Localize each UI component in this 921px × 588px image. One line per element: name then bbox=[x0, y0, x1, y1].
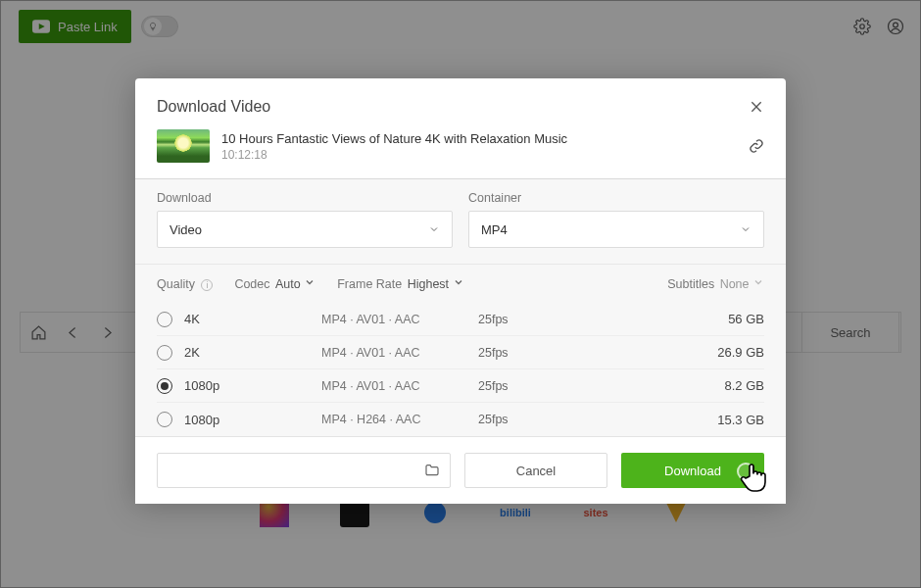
option-fps: 25fps bbox=[478, 379, 596, 393]
framerate-filter[interactable]: Frame Rate Highest bbox=[337, 276, 463, 291]
quality-option-row[interactable]: 1080p MP4 · H264 · AAC 25fps 15.3 GB bbox=[157, 403, 764, 436]
codec-filter[interactable]: Codec Auto bbox=[234, 276, 315, 291]
download-type-select[interactable]: Video bbox=[157, 211, 453, 248]
container-label: Container bbox=[468, 191, 764, 205]
chevron-down-icon bbox=[428, 223, 440, 235]
video-thumbnail bbox=[157, 129, 210, 163]
quality-option-row[interactable]: 4K MP4 · AV01 · AAC 25fps 56 GB bbox=[157, 303, 764, 336]
download-type-label: Download bbox=[157, 191, 453, 205]
option-size: 8.2 GB bbox=[596, 378, 764, 393]
option-codec: MP4 · AV01 · AAC bbox=[321, 346, 478, 360]
option-quality: 1080p bbox=[184, 413, 321, 427]
option-quality: 1080p bbox=[184, 378, 321, 393]
option-size: 56 GB bbox=[596, 312, 764, 326]
radio-button[interactable] bbox=[157, 345, 172, 361]
chevron-down-icon bbox=[740, 223, 751, 235]
folder-icon bbox=[424, 463, 440, 478]
option-codec: MP4 · AV01 · AAC bbox=[321, 379, 478, 393]
info-icon[interactable]: i bbox=[201, 279, 213, 291]
destination-folder-input[interactable] bbox=[157, 453, 451, 488]
close-icon[interactable] bbox=[749, 99, 764, 115]
download-video-modal: Download Video 10 Hours Fantastic Views … bbox=[135, 78, 786, 502]
option-size: 26.9 GB bbox=[596, 345, 764, 360]
cursor-hand-icon bbox=[740, 461, 769, 494]
radio-button[interactable] bbox=[157, 312, 172, 327]
subtitles-filter[interactable]: Subtitles None bbox=[667, 276, 764, 291]
option-fps: 25fps bbox=[478, 313, 596, 326]
option-quality: 4K bbox=[184, 312, 321, 326]
option-codec: MP4 · AV01 · AAC bbox=[321, 313, 478, 326]
container-select[interactable]: MP4 bbox=[468, 211, 764, 248]
video-title: 10 Hours Fantastic Views of Nature 4K wi… bbox=[221, 131, 737, 146]
radio-button[interactable] bbox=[157, 412, 172, 427]
option-fps: 25fps bbox=[478, 413, 596, 426]
option-codec: MP4 · H264 · AAC bbox=[321, 413, 478, 426]
video-duration: 10:12:18 bbox=[221, 148, 737, 162]
copy-link-icon[interactable] bbox=[749, 138, 764, 154]
quality-option-row[interactable]: 2K MP4 · AV01 · AAC 25fps 26.9 GB bbox=[157, 336, 764, 369]
option-size: 15.3 GB bbox=[596, 413, 764, 427]
cancel-button[interactable]: Cancel bbox=[464, 453, 607, 488]
option-fps: 25fps bbox=[478, 346, 596, 360]
modal-title: Download Video bbox=[157, 98, 270, 116]
quality-option-row[interactable]: 1080p MP4 · AV01 · AAC 25fps 8.2 GB bbox=[157, 369, 764, 403]
radio-button[interactable] bbox=[157, 378, 172, 394]
option-quality: 2K bbox=[184, 345, 321, 360]
quality-filter-label: Quality bbox=[157, 277, 195, 291]
